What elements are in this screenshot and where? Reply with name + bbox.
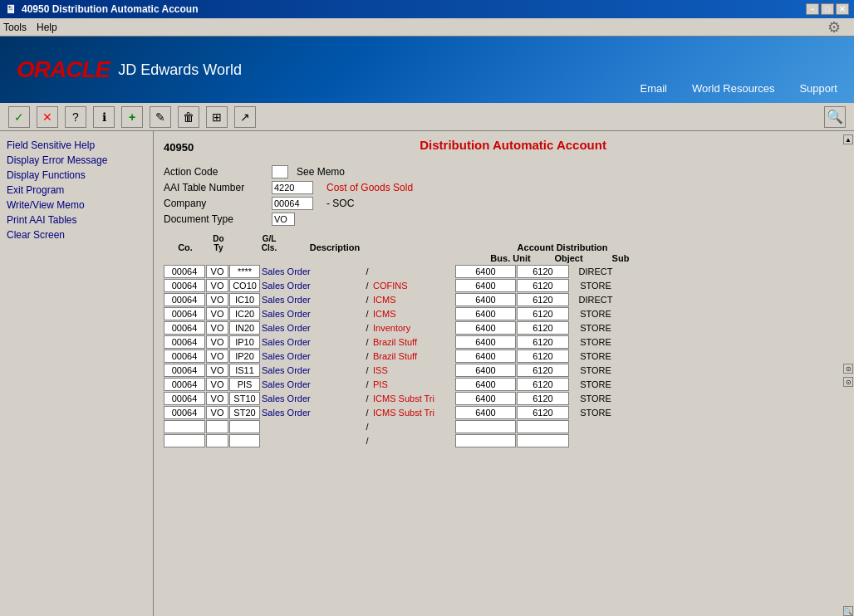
scroll-down-2[interactable]: ⊙ xyxy=(843,377,853,387)
cell-co[interactable] xyxy=(164,321,205,335)
cell-co[interactable] xyxy=(164,335,205,349)
cell-cls[interactable] xyxy=(229,307,260,320)
cell-cls[interactable] xyxy=(229,392,260,405)
menu-tools[interactable]: Tools xyxy=(3,22,27,33)
cell-co[interactable] xyxy=(164,364,205,377)
menu-help[interactable]: Help xyxy=(37,22,57,33)
cell-co[interactable] xyxy=(164,265,205,278)
cell-vo[interactable] xyxy=(206,265,228,278)
add-button[interactable]: + xyxy=(121,106,143,128)
minimize-button[interactable]: − xyxy=(806,3,819,15)
cell-cls[interactable] xyxy=(229,321,260,335)
cell-vo[interactable] xyxy=(206,392,228,405)
cell-object[interactable] xyxy=(517,265,569,278)
document-type-input[interactable] xyxy=(272,213,295,226)
aai-table-input[interactable] xyxy=(272,181,313,194)
delete-button[interactable]: 🗑 xyxy=(178,106,199,128)
scroll-down-1[interactable]: ⊙ xyxy=(843,364,853,374)
cell-cls[interactable] xyxy=(229,420,260,433)
cell-co[interactable] xyxy=(164,350,205,363)
cell-object[interactable] xyxy=(517,406,569,419)
close-button[interactable]: ✕ xyxy=(836,3,849,15)
cell-object[interactable] xyxy=(517,392,569,405)
sidebar-item-print-aai-tables[interactable]: Print AAI Tables xyxy=(3,213,150,227)
cell-cls[interactable] xyxy=(229,406,260,419)
cell-busunit[interactable] xyxy=(455,420,516,433)
cell-co[interactable] xyxy=(164,420,205,433)
cell-busunit[interactable] xyxy=(455,279,516,292)
sidebar-item-field-sensitive-help[interactable]: Field Sensitive Help xyxy=(3,138,150,153)
cell-object[interactable] xyxy=(517,335,569,349)
sidebar-item-exit-program[interactable]: Exit Program xyxy=(3,183,150,198)
cell-busunit[interactable] xyxy=(455,335,516,349)
help-button[interactable]: ? xyxy=(65,106,86,128)
nav-world-resources[interactable]: World Resources xyxy=(692,82,774,95)
scroll-up[interactable]: ▲ xyxy=(843,134,853,144)
cell-object[interactable] xyxy=(517,279,569,292)
scroll-down-3[interactable]: 🔍 xyxy=(843,606,853,616)
check-button[interactable]: ✓ xyxy=(8,106,30,128)
cell-busunit[interactable] xyxy=(455,321,516,335)
sidebar-item-write-view-memo[interactable]: Write/View Memo xyxy=(3,198,150,213)
cell-cls[interactable] xyxy=(229,279,260,292)
company-input[interactable] xyxy=(272,197,313,210)
cell-co[interactable] xyxy=(164,279,205,292)
cell-vo[interactable] xyxy=(206,279,228,292)
nav-email[interactable]: Email xyxy=(640,82,667,95)
cell-object[interactable] xyxy=(517,321,569,335)
cell-vo[interactable] xyxy=(206,420,228,433)
cell-vo[interactable] xyxy=(206,321,228,335)
cell-busunit[interactable] xyxy=(455,406,516,419)
action-code-input[interactable] xyxy=(272,165,288,178)
cell-vo[interactable] xyxy=(206,378,228,391)
cell-cls[interactable] xyxy=(229,350,260,363)
cell-object[interactable] xyxy=(517,350,569,363)
info-button[interactable]: ℹ xyxy=(93,106,115,128)
cell-vo[interactable] xyxy=(206,293,228,306)
cell-vo[interactable] xyxy=(206,350,228,363)
search-button[interactable]: 🔍 xyxy=(824,106,846,128)
cell-cls[interactable] xyxy=(229,378,260,391)
sidebar-item-display-error-message[interactable]: Display Error Message xyxy=(3,153,150,168)
maximize-button[interactable]: □ xyxy=(821,3,834,15)
cell-vo[interactable] xyxy=(206,335,228,349)
cell-busunit[interactable] xyxy=(455,293,516,306)
sidebar-item-display-functions[interactable]: Display Functions xyxy=(3,168,150,183)
cell-vo[interactable] xyxy=(206,364,228,377)
cell-cls[interactable] xyxy=(229,364,260,377)
company-label: Company xyxy=(164,198,272,209)
cell-cls[interactable] xyxy=(229,434,260,447)
cell-busunit[interactable] xyxy=(455,378,516,391)
copy-button[interactable]: ⊞ xyxy=(206,106,228,128)
edit-button[interactable]: ✎ xyxy=(150,106,171,128)
cell-co[interactable] xyxy=(164,378,205,391)
cancel-button[interactable]: ✕ xyxy=(37,106,58,128)
cell-busunit[interactable] xyxy=(455,434,516,447)
cell-object[interactable] xyxy=(517,293,569,306)
cell-busunit[interactable] xyxy=(455,364,516,377)
cell-object[interactable] xyxy=(517,364,569,377)
cell-co[interactable] xyxy=(164,392,205,405)
nav-support[interactable]: Support xyxy=(799,82,837,95)
export-button[interactable]: ↗ xyxy=(234,106,256,128)
cell-cls[interactable] xyxy=(229,335,260,349)
cell-co[interactable] xyxy=(164,434,205,447)
cell-busunit[interactable] xyxy=(455,307,516,320)
cell-busunit[interactable] xyxy=(455,392,516,405)
cell-object[interactable] xyxy=(517,378,569,391)
cell-vo[interactable] xyxy=(206,434,228,447)
cell-co[interactable] xyxy=(164,406,205,419)
sidebar-item-clear-screen[interactable]: Clear Screen xyxy=(3,227,150,242)
cell-co[interactable] xyxy=(164,307,205,320)
cell-object[interactable] xyxy=(517,307,569,320)
cell-busunit[interactable] xyxy=(455,265,516,278)
cell-object[interactable] xyxy=(517,420,569,433)
cell-object[interactable] xyxy=(517,434,569,447)
cell-vo[interactable] xyxy=(206,307,228,320)
table-row: Sales Order / Brazil Stuff STORE xyxy=(164,335,832,349)
cell-busunit[interactable] xyxy=(455,350,516,363)
cell-co[interactable] xyxy=(164,293,205,306)
cell-cls[interactable] xyxy=(229,293,260,306)
cell-vo[interactable] xyxy=(206,406,228,419)
cell-cls[interactable] xyxy=(229,265,260,278)
